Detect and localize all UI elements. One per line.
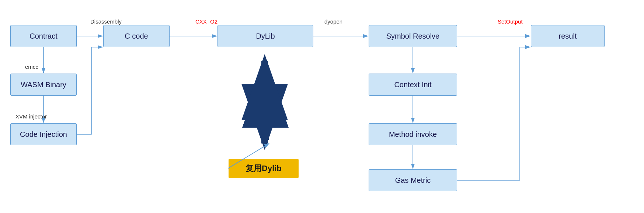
- dylib-box: DyLib: [217, 25, 313, 47]
- emcc-label: emcc: [25, 64, 38, 70]
- method-invoke-box: Method invoke: [369, 123, 457, 145]
- gas-metric-box: Gas Metric: [369, 169, 457, 191]
- cxx-label: CXX -O2: [195, 18, 217, 25]
- context-init-box: Context Init: [369, 74, 457, 96]
- disassembly-label: Disassembly: [90, 18, 122, 25]
- dyopen-label: dyopen: [324, 18, 342, 25]
- contract-box: Contract: [10, 25, 77, 47]
- setoutput-label: SetOutput: [498, 18, 523, 25]
- result-box: result: [531, 25, 605, 47]
- xvm-injector-label: XVM injector: [15, 113, 47, 120]
- reuse-dylib-box: 复用Dylib: [229, 159, 299, 178]
- code-injection-box: Code Injection: [10, 123, 77, 145]
- ccode-box: C code: [103, 25, 170, 47]
- diagram: Contract WASM Binary Code Injection C co…: [0, 0, 644, 213]
- symbol-resolve-box: Symbol Resolve: [369, 25, 457, 47]
- wasm-box: WASM Binary: [10, 74, 77, 96]
